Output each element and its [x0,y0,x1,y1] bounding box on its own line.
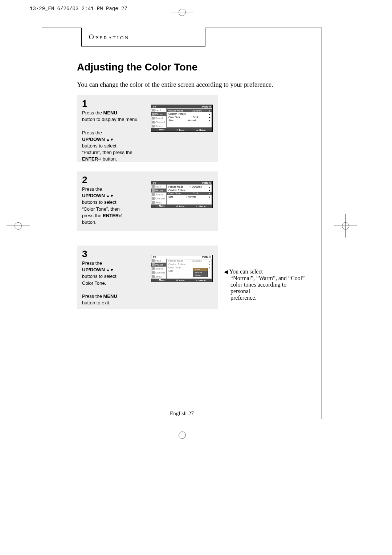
section-tab: Operation [81,28,205,46]
osd-row-colortone: Color Tone: Cool▶ [167,192,212,195]
updown-icon: ▲▼ [105,137,114,142]
t: Press the [82,186,102,192]
osd-side-channel: Channel [151,120,167,124]
t: Press the [82,110,103,116]
osd-row-custom: Custom Picture▶ [167,112,212,116]
popup-normal: Normal [193,271,208,274]
osd-step1: TVPicture Input Picture Sound Channel Se… [151,105,213,132]
osd-side-sound: Sound [151,193,167,197]
page-frame: Operation Adjusting the Color Tone You c… [42,28,322,419]
t: Press the [82,260,102,266]
crop-mark-bottom [178,431,187,439]
enter-kw: ENTER [82,156,98,162]
page-slug: 13-29_EN 6/26/03 2:41 PM Page 27 [30,6,127,12]
page-number: English-27 [42,410,322,417]
triangle-left-icon: ◀ [224,269,228,275]
page-title: Adjusting the Color Tone [77,61,311,73]
updown-icon: ▲▼ [105,194,114,198]
osd-step2: TVPicture Input Picture Sound Channel Se… [151,181,213,208]
menu-kw: MENU [103,110,117,116]
osd-row-picturemode: Picture Mode: Dynamic▶ [167,109,212,112]
osd-side-setup: Setup [151,124,167,128]
t: button. [82,219,97,225]
t: “Picture”, then press the [82,150,132,155]
updown-kw: UP/DOWN [82,193,105,198]
osd-side-sound: Sound [151,116,167,120]
t: buttons to select [82,143,117,149]
updown-kw: UP/DOWN [82,137,105,142]
t: button to exit. [82,300,110,305]
osd-side-input: Input [151,259,167,263]
t: preference. [230,295,257,301]
osd-side-input: Input [151,185,167,189]
step-3: 3 Press the UP/DOWN ▲▼ buttons to select… [77,246,218,309]
osd-row-size: Size: Normal▶ [167,195,212,198]
osd-side-picture: Picture [151,189,167,193]
section-label: Operation [89,33,130,41]
crop-mark-right [341,222,350,230]
osd-row-custom: Custom Picture▶ [167,189,212,192]
updown-icon: ▲▼ [105,268,114,272]
osd-step3: TVPicture Input Picture Sound Channel Se… [151,255,213,282]
osd-side-sound: Sound [151,267,167,271]
osd-enter: ⏎ Enter [176,129,184,131]
osd-side-input: Input [151,108,167,112]
t: buttons to select [82,274,117,279]
osd-row-size: Size: Normal▶ [167,119,212,122]
osd-hdr-l: TV [153,105,156,108]
osd-row-custom: Custom Picture▶ [167,263,212,266]
sidenote: ◀ You can select “Normal”, “Warm”, and “… [224,268,307,301]
osd-move: ↕ Move [157,129,164,131]
t: You can select [229,268,263,275]
t: press the [82,213,103,218]
t: “Color Tone”, then [82,206,120,212]
t: Press the [82,293,103,299]
osd-side-setup: Setup [151,200,167,204]
osd-row-colortone: Color Tone: Cool▶ [167,116,212,119]
step-1: 1 Press the MENU button to display the m… [77,95,218,162]
popup-warm: Warm [193,274,208,277]
t: Press the [82,130,102,135]
step-2: 2 Press the UP/DOWN ▲▼ buttons to select… [77,171,218,231]
updown-kw: UP/DOWN [82,267,105,272]
osd-hdr-r: Picture [202,105,211,108]
t: button to display the menu. [82,117,139,122]
popup-cool: Cool [193,268,208,271]
osd-colortone-popup: Cool Normal Warm [193,268,208,277]
osd-side-picture: Picture [151,112,167,116]
t: “Normal”, “Warm”, and “Cool” [230,275,305,281]
intro-text: You can change the color of the entire s… [77,81,311,89]
osd-side-channel: Channel [151,271,167,275]
crop-mark-top [178,8,187,17]
menu-kw: MENU [103,293,117,299]
crop-mark-left [14,222,23,230]
osd-side-channel: Channel [151,197,167,200]
t: Color Tone. [82,280,106,286]
osd-row-picturemode: Picture Mode: Dynamic▶ [167,259,212,263]
osd-side-setup: Setup [151,275,167,279]
enter-icon: ⏎ [119,214,122,218]
t: color tones according to personal [230,281,307,295]
osd-row-picturemode: Picture Mode: Dynamic▶ [167,185,212,189]
osd-side-picture: Picture [151,263,167,267]
enter-kw: ENTER [103,213,119,218]
t: buttons to select [82,199,117,205]
osd-return: ▭ Return [196,129,206,131]
t: button. [101,156,117,162]
enter-icon: ⏎ [98,157,101,161]
